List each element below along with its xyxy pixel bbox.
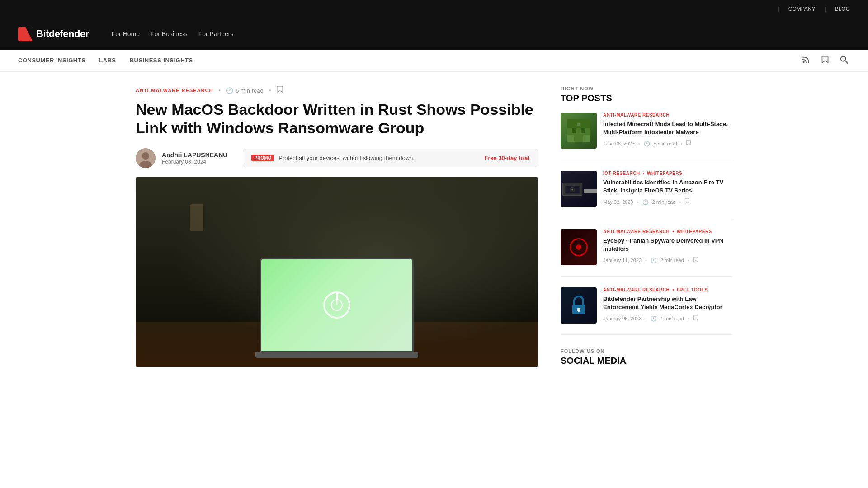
- author-date: February 08, 2024: [162, 159, 227, 165]
- top-bar-separator2: |: [825, 6, 826, 12]
- post-title[interactable]: Bitdefender Partnership with Law Enforce…: [603, 295, 732, 311]
- sidebar: RIGHT NOW TOP POSTS ▦: [561, 86, 732, 367]
- svg-rect-10: [572, 128, 576, 133]
- svg-rect-13: [583, 135, 590, 142]
- eyespy-thumb: [561, 229, 597, 265]
- search-button[interactable]: [838, 54, 850, 68]
- post-thumbnail: [561, 171, 597, 207]
- promo-text: Protect all your devices, without slowin…: [278, 155, 480, 161]
- post-date: January 11, 2023: [603, 258, 642, 263]
- post-thumbnail: [561, 287, 597, 324]
- author-info: Andrei LAPUSNEANU February 08, 2024: [162, 151, 227, 165]
- post-tag-secondary[interactable]: FREE TOOLS: [677, 287, 708, 292]
- post-tags: ANTI-MALWARE RESEARCH • FREE TOOLS: [603, 287, 732, 292]
- svg-rect-12: [567, 135, 574, 142]
- nav-for-home[interactable]: For Home: [112, 30, 140, 38]
- nav-consumer-insights[interactable]: CONSUMER INSIGHTS: [18, 57, 85, 65]
- post-bookmark-icon[interactable]: [684, 198, 689, 206]
- social-section: FOLLOW US ON SOCIAL MEDIA: [561, 348, 732, 366]
- article-meta: ANTI-MALWARE RESEARCH • 🕐 6 min read •: [136, 86, 538, 95]
- svg-rect-21: [578, 310, 580, 312]
- svg-rect-11: [581, 128, 585, 133]
- sidebar-top-posts-title: TOP POSTS: [561, 93, 732, 103]
- promo-banner: Promo Protect all your devices, without …: [243, 149, 538, 167]
- post-tag[interactable]: ANTI-MALWARE RESEARCH: [603, 229, 670, 234]
- social-media-title: SOCIAL MEDIA: [561, 356, 732, 366]
- post-tags: ANTI-MALWARE RESEARCH • WHITEPAPERS: [603, 229, 732, 234]
- post-tags: ANTI-MALWARE RESEARCH: [603, 113, 732, 117]
- post-bookmark-icon[interactable]: [693, 257, 698, 264]
- post-info: ANTI-MALWARE RESEARCH Infected Minecraft…: [603, 113, 732, 149]
- power-button-icon: [323, 291, 350, 319]
- post-meta: June 08, 2023 • 🕐 5 min read •: [603, 140, 732, 147]
- post-date: June 08, 2023: [603, 141, 635, 146]
- nav-for-partners[interactable]: For Partners: [198, 30, 234, 38]
- article-bookmark-icon[interactable]: [277, 86, 283, 95]
- post-tag[interactable]: IOT RESEARCH: [603, 171, 640, 176]
- blog-link[interactable]: BLOG: [835, 6, 850, 12]
- post-tags: IOT RESEARCH • WHITEPAPERS: [603, 171, 732, 176]
- post-info: IOT RESEARCH • WHITEPAPERS Vulnerabiliti…: [603, 171, 732, 207]
- post-title[interactable]: EyeSpy - Iranian Spyware Delivered in VP…: [603, 237, 732, 253]
- top-post-item: ANTI-MALWARE RESEARCH • FREE TOOLS Bitde…: [561, 287, 732, 335]
- sidebar-right-now-label: RIGHT NOW: [561, 86, 732, 91]
- logo[interactable]: Bitdefender: [18, 27, 89, 41]
- post-bookmark-icon[interactable]: [686, 140, 691, 147]
- glass-decoration: [190, 204, 203, 231]
- post-read-time: 5 min read: [654, 141, 677, 146]
- promo-link[interactable]: Free 30-day trial: [484, 155, 529, 161]
- post-meta: January 05, 2023 • 🕐 1 min read •: [603, 315, 732, 322]
- rss-button[interactable]: [800, 54, 812, 68]
- post-tag-secondary[interactable]: WHITEPAPERS: [647, 171, 682, 176]
- main-header: Bitdefender For Home For Business For Pa…: [0, 18, 868, 50]
- bookmark-nav-button[interactable]: [819, 54, 831, 68]
- post-read-time: 2 min read: [660, 258, 684, 263]
- post-tag-secondary[interactable]: WHITEPAPERS: [677, 229, 712, 234]
- lock-thumb: [561, 287, 597, 324]
- top-bar-separator: |: [778, 6, 779, 12]
- post-read-time: 2 min read: [652, 199, 676, 205]
- clock-icon: 🕐: [226, 87, 233, 94]
- svg-rect-0: [803, 61, 805, 63]
- post-read-time: 1 min read: [660, 316, 684, 321]
- article-tag[interactable]: ANTI-MALWARE RESEARCH: [136, 88, 213, 93]
- company-link[interactable]: COMPANY: [788, 6, 816, 12]
- author-name[interactable]: Andrei LAPUSNEANU: [162, 151, 227, 159]
- promo-label: Promo: [251, 155, 274, 161]
- secondary-nav: CONSUMER INSIGHTS LABS BUSINESS INSIGHTS: [0, 50, 868, 72]
- post-title[interactable]: Vulnerabilities identified in Amazon Fir…: [603, 178, 732, 195]
- laptop-illustration: [260, 258, 414, 358]
- post-tag[interactable]: ANTI-MALWARE RESEARCH: [603, 113, 670, 117]
- top-bar: | COMPANY | BLOG: [0, 0, 868, 18]
- post-thumbnail: ▦: [561, 113, 597, 149]
- post-tag[interactable]: ANTI-MALWARE RESEARCH: [603, 287, 670, 292]
- top-post-item: ANTI-MALWARE RESEARCH • WHITEPAPERS EyeS…: [561, 229, 732, 277]
- post-thumbnail: [561, 229, 597, 265]
- nav-business-insights[interactable]: BUSINESS INSIGHTS: [130, 57, 193, 65]
- clock-icon: 🕐: [642, 199, 649, 205]
- nav-labs[interactable]: LABS: [99, 57, 116, 65]
- clock-icon: 🕐: [644, 141, 650, 147]
- logo-icon: [18, 27, 33, 41]
- post-bookmark-icon[interactable]: [693, 315, 698, 322]
- main-content: ANTI-MALWARE RESEARCH • 🕐 6 min read • N…: [136, 86, 538, 367]
- post-info: ANTI-MALWARE RESEARCH • FREE TOOLS Bitde…: [603, 287, 732, 324]
- post-date: January 05, 2023: [603, 316, 642, 321]
- post-meta: January 11, 2023 • 🕐 2 min read •: [603, 257, 732, 264]
- svg-point-1: [841, 56, 846, 61]
- svg-point-4: [142, 152, 149, 160]
- author-avatar: [136, 148, 156, 168]
- author-row: Andrei LAPUSNEANU February 08, 2024 Prom…: [136, 148, 538, 168]
- svg-point-18: [571, 189, 573, 190]
- svg-rect-7: [336, 300, 338, 305]
- post-info: ANTI-MALWARE RESEARCH • WHITEPAPERS EyeS…: [603, 229, 732, 265]
- post-title[interactable]: Infected Minecraft Mods Lead to Multi-St…: [603, 120, 732, 136]
- nav-for-business[interactable]: For Business: [151, 30, 188, 38]
- article-title: New MacOS Backdoor Written in Rust Shows…: [136, 100, 538, 137]
- clock-icon: 🕐: [651, 316, 657, 322]
- top-post-item: ▦ ANTI-MALWARE RESEARCH Infected Minecra…: [561, 113, 732, 160]
- clock-icon: 🕐: [651, 258, 657, 263]
- svg-text:▦: ▦: [577, 122, 580, 126]
- top-post-item: IOT RESEARCH • WHITEPAPERS Vulnerabiliti…: [561, 171, 732, 218]
- read-time: 🕐 6 min read: [226, 87, 263, 94]
